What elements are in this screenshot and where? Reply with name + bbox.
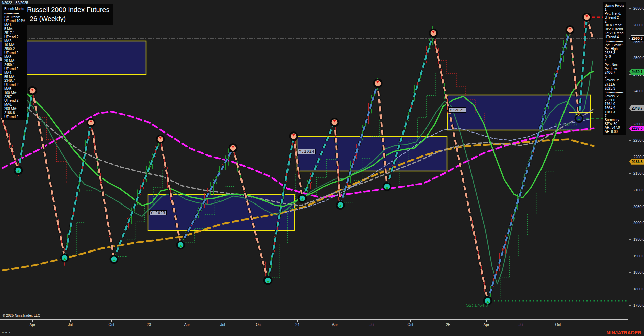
y-axis-tick (629, 190, 631, 190)
swing-pivots-panel-line: 2321.0 (605, 98, 625, 102)
swing-pivots-panel-line: AF: 8.00 (605, 130, 625, 134)
benchmarks-indicator-panel: Bench Marks-------------BM Trend:UTrend … (2, 5, 27, 120)
chart-title-line2: 3-26 (Weekly) (24, 15, 109, 23)
price-tag-2560.3: 2560.3 (629, 35, 644, 41)
y-axis-tick (629, 124, 631, 124)
swing-pivots-panel-line: Summary (605, 118, 625, 122)
year-label-Y-2023: Y:2023 (149, 210, 167, 215)
benchmarks-panel-line: 200 MA: (4, 107, 25, 111)
y-axis-tick-label: 2600.0 (633, 23, 644, 27)
swing-pivots-indicator-panel: Swing Pivots1.--------------Pvt. Trend:U… (603, 2, 626, 135)
chart-title-block: i Russell 2000 Index Futures 3-26 (Weekl… (21, 4, 113, 25)
benchmarks-panel-line: UTrend 2 (4, 99, 25, 103)
swing-pivots-panel-line: 2625.3 (605, 87, 625, 91)
y-axis-tick-label: 2400.0 (633, 89, 644, 93)
benchmarks-panel-line: MA6.------- (4, 103, 25, 107)
x-axis-tick-label: 24 (295, 322, 299, 327)
swing-pivots-panel-line: 2711.6 (605, 82, 625, 87)
benchmarks-panel-line: 100 MA: (4, 91, 25, 95)
swing-pivots-panel-line: Pvt Low (605, 67, 625, 71)
benchmarks-panel-line: UTrend 2 (4, 51, 25, 55)
swing-pivots-panel-line: Levels S: (605, 94, 625, 98)
y-axis-tick-label: 1850.0 (633, 270, 644, 274)
swing-pivots-panel-line: AR: 347.0 (605, 126, 625, 130)
swing-line-down (2, 118, 18, 170)
bottom-separator (0, 330, 644, 330)
visible-date-range: 4/2022 - 52/2025 (1, 1, 28, 5)
x-axis-tick-label: Oct (555, 322, 561, 327)
x-axis-line (0, 319, 628, 320)
x-axis-tick (223, 320, 223, 322)
trail-stop-short (37, 118, 67, 184)
s2-label: S2: 1764.0 (466, 303, 488, 308)
swing-pivots-panel-line: 2406.7 (605, 71, 625, 75)
benchmarks-panel-line: MA5.------- (4, 87, 25, 91)
trail-stop-long (492, 109, 572, 298)
benchmarks-panel-line: 2517.1 (4, 31, 25, 35)
benchmarks-panel-line: 2348.7 (4, 79, 25, 83)
y-axis-tick-label: 2250.0 (633, 138, 644, 142)
y-axis-tick (629, 223, 631, 223)
benchmarks-panel-line: UTrend 2 (4, 67, 25, 71)
price-tag-2186.8: 2186.8 (629, 159, 644, 165)
swing-pivots-panel-line: Hi:2 UTrend (605, 27, 625, 31)
y-axis-tick (629, 272, 631, 273)
y-axis-tick-label: 2100.0 (633, 188, 644, 192)
y-axis-tick-label: 2300.0 (633, 122, 644, 126)
benchmarks-panel-line: UTrend 2 (4, 83, 25, 87)
f0-label: F0 (575, 112, 580, 116)
y-axis-tick-label: 2650.0 (633, 6, 644, 10)
year-label-Y-2024: Y:2024 (298, 149, 316, 154)
benchmarks-panel-line: 2500.2 (4, 47, 25, 51)
x-axis-tick (486, 320, 487, 322)
y-axis-tick-label: 1750.0 (633, 303, 644, 307)
swing-pivots-panel-line: Lo:2 UTrend (605, 31, 625, 35)
swing-pivots-panel-line: 1.-------------- (605, 8, 625, 12)
plot-area: S2: 1764.0S1: 2321.0F0 (0, 13, 628, 308)
benchmarks-panel-line: 5 MA: (4, 27, 25, 31)
chart-canvas[interactable]: S2: 1764.0S1: 2321.0F0 (0, 0, 644, 336)
benchmarks-panel-line: MA2.------- (4, 39, 25, 43)
benchmarks-panel-line: UTrend 2 (4, 115, 25, 119)
x-axis-tick-label: Apr (332, 322, 338, 327)
y-axis-tick (629, 74, 631, 75)
x-axis-tick-label: Apr (184, 322, 190, 327)
swing-pivots-panel-line: 7.-------------- (605, 114, 625, 118)
x-axis-tick-label: Apr (483, 322, 489, 327)
x-axis-tick-label: 25 (446, 322, 450, 327)
y-axis-tick (629, 91, 631, 91)
swing-pivots-panel-line: UTrend 2 (605, 16, 625, 20)
y-axis-tick-label: 2200.0 (633, 155, 644, 159)
swing-pivots-panel-line: 1181.3 (605, 110, 625, 114)
y-axis-tick (629, 256, 631, 256)
year-label-Y-2025: Y:2025 (448, 107, 466, 113)
benchmarks-panel-line: MA1.------- (4, 23, 25, 27)
x-axis-tick-label: 23 (147, 322, 151, 327)
y-axis-tick-label: 1800.0 (633, 287, 644, 291)
y-axis-tick (629, 42, 631, 42)
x-axis-tick-label: Oct (108, 322, 114, 327)
x-axis-tick-label: Jul (220, 322, 225, 327)
y-axis-tick (629, 58, 631, 58)
x-axis-tick (558, 320, 558, 322)
benchmarks-panel-line: MA3.------- (4, 55, 25, 59)
swing-pivots-panel-line: 4.-------------- (605, 59, 625, 63)
x-axis-tick (70, 320, 71, 322)
x-axis-tick (187, 320, 187, 322)
x-axis-tick (448, 320, 448, 322)
swing-pivots-panel-line: 5.-------------- (605, 75, 625, 79)
x-axis-tick-label: Oct (256, 322, 261, 327)
x-axis-tick-label: Apr (29, 322, 35, 327)
swing-pivots-panel-line: 2625.3 (605, 51, 625, 55)
y-axis-tick (629, 173, 631, 174)
ninjatrader-chart-window: S2: 1764.0S1: 2321.0F0 4/2022 - 52/2025 … (0, 0, 644, 336)
y-axis-tick-label: 1950.0 (633, 237, 644, 241)
swing-pivots-panel-line: Pvt High (605, 47, 625, 51)
benchmarks-panel-line: UTrend 2 (4, 35, 25, 39)
x-axis-tick-label: Jul (68, 322, 73, 327)
swing-pivots-panel-line: SP's: 50 (605, 122, 625, 126)
swing-pivots-panel-line: 3.-------------- (605, 39, 625, 43)
benchmarks-panel-line: 20 MA: (4, 59, 25, 63)
symbol-label: W RTY (2, 331, 11, 334)
y-axis-tick-label: 1900.0 (633, 254, 644, 258)
